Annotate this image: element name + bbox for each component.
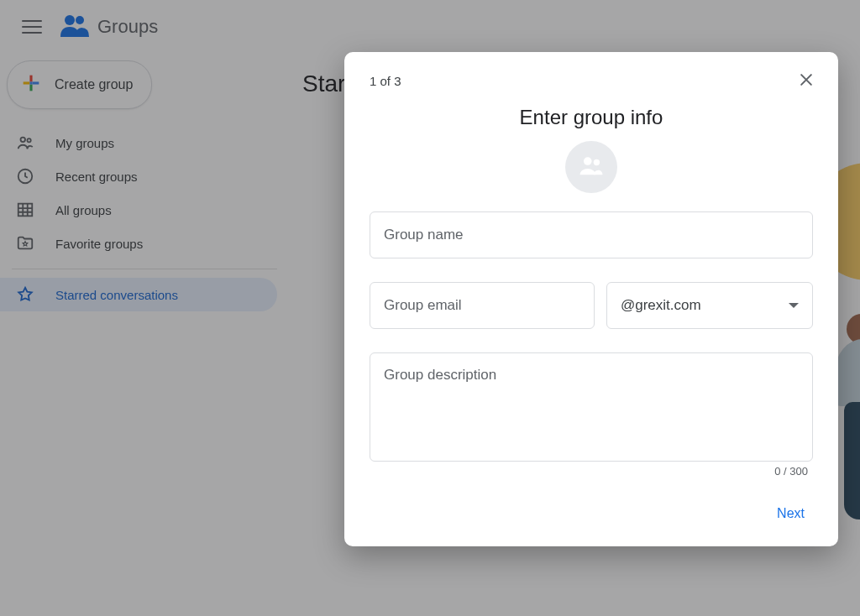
group-avatar-placeholder[interactable] [565,141,617,193]
dialog-header: 1 of 3 [344,62,838,97]
group-name-input[interactable]: Group name [370,211,813,258]
chevron-down-icon [789,303,799,308]
svg-point-11 [584,157,592,165]
domain-select[interactable]: @grexit.com [606,282,813,329]
next-button-label: Next [777,506,805,520]
create-group-dialog: 1 of 3 Enter group info Group name Group… [344,52,838,546]
step-indicator: 1 of 3 [370,74,401,88]
group-description-placeholder: Group description [384,367,496,384]
close-button[interactable] [789,64,823,97]
dialog-title: Enter group info [344,106,838,129]
group-info-form: Group name Group email @grexit.com Group… [344,211,838,462]
domain-selected-value: @grexit.com [621,297,701,314]
people-icon [577,151,606,183]
group-email-input[interactable]: Group email [370,282,595,329]
next-button[interactable]: Next [767,499,815,528]
group-description-input[interactable]: Group description [370,352,813,462]
svg-point-12 [594,159,600,165]
description-char-count: 0 / 300 [344,465,838,491]
dialog-footer: Next [344,491,838,546]
group-name-placeholder: Group name [384,227,464,243]
group-email-placeholder: Group email [384,297,462,314]
close-icon [798,68,815,94]
